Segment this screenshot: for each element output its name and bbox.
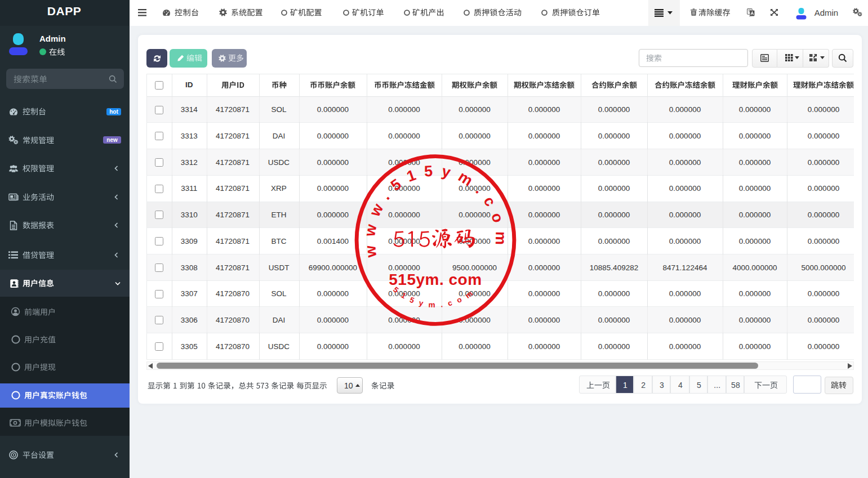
svg-text:515ym. com: 515ym. com <box>389 270 482 288</box>
svg-text:515ym.com: 515ym.com <box>391 285 479 309</box>
